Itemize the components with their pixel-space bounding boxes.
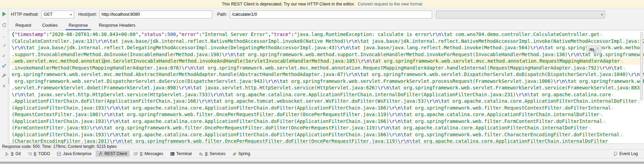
http-method-select[interactable]: GET ▾ [41,11,74,18]
response-line: \r\n\tat java.base/jdk.internal.reflect.… [10,45,644,51]
toolwindow-button-label: 9: Git [11,151,21,156]
tab-cookies[interactable]: Cookies [38,21,62,30]
response-lines: {"timestamp":"2020-08-20T01:46:30.843+00… [10,31,644,143]
text-caret [104,59,105,64]
convert-request-link[interactable]: Convert request to the new format [358,2,422,7]
export-icon[interactable]: ↗ [1,42,7,49]
toolwindow-button-label: 0: Messages [140,151,163,156]
window-bottom-edge [0,158,644,164]
response-editor: H<>{} {"timestamp":"2020-08-20T01:46:30.… [0,30,644,144]
toolwindow-button-rest-client[interactable]: REST Client [96,151,130,157]
response-line: org.springframework.web.servlet.Dispatch… [10,78,644,85]
chevron-down-icon: ▾ [601,13,603,16]
response-line: (ApplicationFilterChain.java:193)\r\n\ta… [10,131,644,138]
rerun-icon[interactable] [1,22,7,28]
toolwindow-button-terminal[interactable]: Terminal [167,151,194,157]
toolwindow-button-spring[interactable]: Spring [229,151,253,157]
toolwindow-button-label: REST Client [105,151,127,156]
soft-wrap-marker [612,94,614,96]
response-line: .invokeHandlerMethod(RequestMappingHandl… [10,65,644,72]
toolwindow-button-event-log[interactable]: Event Log [611,151,641,157]
rest-client-icon [98,152,103,156]
run-icon[interactable] [1,11,7,17]
response-text-area[interactable]: {"timestamp":"2020-08-20T01:46:30.843+00… [10,30,644,143]
response-line: (RequestContextFilter.java:100)\r\n\tat … [10,111,644,118]
toolwindow-button-label: 6: TODO [34,151,50,156]
request-bar: HTTP method: GET ▾ Host/port: Path: ▾ [0,8,644,21]
tab-request[interactable]: Request [11,21,36,30]
toolwindow-button-label: Java Enterprise [63,151,91,156]
host-port-input[interactable] [99,11,212,18]
services-icon [199,152,203,156]
messages-icon [134,152,138,156]
response-line: org.springframework.web.servlet.mvc.meth… [10,71,644,78]
tabs: RequestCookiesResponseResponse Headers [0,21,644,30]
soft-wrap-marker [601,114,603,116]
extra-combo[interactable]: ▾ [436,11,605,18]
soft-wrap-marker [612,107,614,110]
response-line: \r\n\tat javax.servlet.http.HttpServlet.… [10,91,644,98]
soft-wrap-marker [624,67,626,70]
vertical-scrollbar[interactable] [640,32,643,100]
toolwindow-button-java-enterprise[interactable]: Java Enterprise [54,151,94,157]
response-line: (CalculateController.java:13)\r\n\tat ja… [10,38,644,45]
rest-client-toolbar: ←↗↙✕ [0,8,8,144]
spring-icon [232,152,237,156]
response-line: .support.InvocableHandlerMethod.doInvoke… [10,51,644,58]
soft-wrap-marker [621,134,623,136]
java-enterprise-icon [57,152,61,156]
response-line: (ApplicationFilterChain.java:193)\r\n\ta… [10,118,644,125]
response-line: .servlet.FrameworkServlet.doGet(Framewor… [10,85,644,91]
git-icon [5,152,9,156]
deprecation-banner: This REST Client is deprecated. Try our … [0,0,644,8]
soft-wrap-marker [601,34,603,36]
deprecation-message: This REST Client is deprecated. Try our … [222,2,355,7]
back-arrow-icon[interactable]: ← [1,33,7,39]
auth-key-icon[interactable] [1,62,7,68]
toolwindow-button-git[interactable]: 9: Git [2,151,24,157]
soft-wrap-marker [621,60,623,63]
soft-wrap-marker [589,127,591,129]
path-label: Path: [217,12,227,17]
toolwindow-button-label: Spring [238,151,250,156]
response-line: (FormContentFilter.java:93)\r\n\tat org.… [10,125,644,131]
method-sync-icon: m [589,47,594,52]
import-icon[interactable]: ↙ [1,52,7,58]
response-status-line: Response code: 500; Time: 179ms; Content… [0,144,644,150]
toolwindow-button-services[interactable]: 8: Services [196,151,228,157]
floating-widget[interactable]: m × [587,46,601,52]
tab-response[interactable]: Response [64,21,92,30]
response-line: {"timestamp":"2020-08-20T01:46:30.843+00… [10,31,644,38]
response-line: (CharacterEncodingFilter.java:201)\r\n\t… [10,138,644,143]
soft-wrap-marker [604,121,606,123]
wrench-icon[interactable] [1,73,7,79]
http-method-label: HTTP method: [11,12,39,17]
response-line: (ApplicationFilterChain.java:193)\r\n\ta… [10,105,644,112]
tab-response-headers[interactable]: Response Headers [94,21,140,30]
close-icon[interactable]: × [596,46,599,52]
toolwindow-button-label: Event Log [619,151,638,156]
host-port-label: Host/port: [78,12,97,17]
toolwindow-button-todo[interactable]: 6: TODO [25,151,53,157]
close-icon[interactable]: ✕ [1,83,7,89]
toolwindow-button-label: 8: Services [205,151,225,156]
chevron-down-icon: ▾ [70,13,72,16]
event-log-icon [613,152,618,156]
toolwindow-button-messages[interactable]: 0: Messages [131,151,166,157]
response-line: .ApplicationFilterChain.doFilter(Applica… [10,98,644,105]
toolwindow-button-label: Terminal [176,151,192,156]
soft-wrap-marker [638,100,640,103]
todo-icon [28,152,32,156]
path-input[interactable] [230,11,432,18]
terminal-icon [170,152,175,156]
response-line: .web.servlet.mvc.method.annotation.Servl… [10,58,644,65]
toolwindow-bar: 9: Git6: TODOJava EnterpriseREST Client0… [0,150,644,158]
